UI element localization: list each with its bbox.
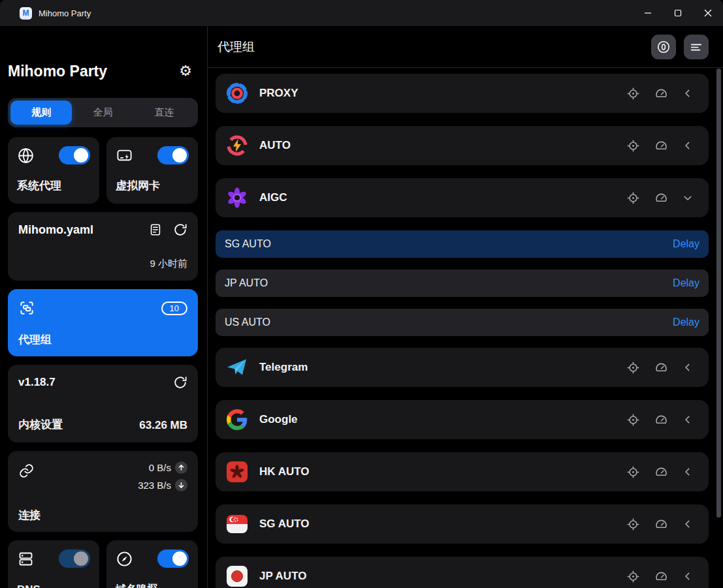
sniff-card[interactable]: 域名嗅探 bbox=[106, 540, 198, 588]
maximize-button[interactable] bbox=[663, 0, 693, 26]
telegram-icon bbox=[226, 356, 248, 379]
proxy-groups-label: 代理组 bbox=[18, 332, 52, 347]
proxy-group-row[interactable]: JP AUTO bbox=[216, 557, 709, 588]
mode-tabbar: 规则 全局 直连 bbox=[8, 98, 198, 127]
minimize-button[interactable] bbox=[633, 0, 663, 26]
option-delay-link[interactable]: Delay bbox=[673, 277, 699, 289]
core-card[interactable]: v1.18.7 内核设置 63.26 MB bbox=[8, 365, 198, 442]
proxy-group-row[interactable]: AIGC bbox=[216, 178, 709, 217]
proxy-group-row[interactable]: AUTO bbox=[216, 126, 709, 165]
group-name: AIGC bbox=[259, 191, 287, 204]
chevron-icon[interactable] bbox=[683, 193, 693, 203]
proxy-group-list: PROXY AUTO AIGC SG AUTO Delay JP AUTO De… bbox=[216, 74, 709, 588]
delay-sort-button[interactable] bbox=[651, 35, 676, 59]
tun-card[interactable]: 虚拟网卡 bbox=[106, 137, 198, 204]
locate-crosshair-icon[interactable] bbox=[626, 570, 640, 583]
option-name: US AUTO bbox=[225, 317, 270, 328]
chevron-icon[interactable] bbox=[683, 362, 693, 373]
proxy-option-row[interactable]: US AUTO Delay bbox=[216, 309, 709, 336]
profile-doc-icon[interactable] bbox=[148, 223, 163, 237]
link-icon bbox=[18, 463, 35, 479]
locate-crosshair-icon[interactable] bbox=[626, 413, 640, 427]
sg-flag-icon bbox=[226, 513, 248, 535]
proxy-groups-card[interactable]: 10 代理组 bbox=[8, 289, 198, 356]
tab-rule-mode[interactable]: 规则 bbox=[10, 101, 72, 125]
dns-card[interactable]: DNS bbox=[8, 540, 99, 588]
proxy-option-row[interactable]: JP AUTO Delay bbox=[216, 270, 709, 297]
scrollbar[interactable] bbox=[716, 69, 721, 518]
jp-flag-icon bbox=[226, 565, 248, 587]
core-version: v1.18.7 bbox=[18, 376, 56, 389]
speedtest-gauge-icon[interactable] bbox=[654, 191, 668, 205]
speedtest-gauge-icon[interactable] bbox=[654, 361, 668, 375]
speedtest-gauge-icon[interactable] bbox=[654, 518, 668, 531]
option-delay-link[interactable]: Delay bbox=[673, 238, 699, 250]
close-button[interactable] bbox=[693, 0, 723, 26]
proxy-option-row[interactable]: SG AUTO Delay bbox=[216, 230, 709, 258]
group-name: HK AUTO bbox=[259, 465, 310, 478]
mihomo-party-window: M Mihomo Party Mihomo Party ⚙ 规则 全局 直连 系… bbox=[0, 0, 723, 588]
locate-crosshair-icon[interactable] bbox=[626, 87, 640, 101]
proxy-group-icon bbox=[18, 300, 35, 317]
chevron-icon[interactable] bbox=[683, 414, 693, 425]
locate-crosshair-icon[interactable] bbox=[626, 361, 640, 375]
proxy-group-row[interactable]: SG AUTO bbox=[216, 504, 709, 544]
list-layout-button[interactable] bbox=[684, 35, 709, 59]
option-name: JP AUTO bbox=[225, 277, 268, 289]
speedtest-gauge-icon[interactable] bbox=[654, 139, 668, 153]
proxy-icon bbox=[226, 82, 248, 104]
profile-updated: 9 小时前 bbox=[150, 258, 187, 270]
dns-toggle[interactable] bbox=[59, 549, 90, 568]
locate-crosshair-icon[interactable] bbox=[626, 465, 640, 479]
chevron-icon[interactable] bbox=[683, 467, 693, 477]
proxy-group-row[interactable]: Google bbox=[216, 400, 709, 439]
chevron-icon[interactable] bbox=[683, 140, 693, 151]
speedtest-gauge-icon[interactable] bbox=[654, 87, 668, 101]
speedtest-gauge-icon[interactable] bbox=[654, 413, 668, 427]
speedtest-gauge-icon[interactable] bbox=[654, 465, 668, 479]
virtual-nic-icon bbox=[116, 147, 133, 164]
chevron-icon[interactable] bbox=[683, 571, 693, 581]
option-delay-link[interactable]: Delay bbox=[673, 317, 699, 328]
chevron-icon[interactable] bbox=[683, 88, 693, 99]
hk-flag-icon bbox=[226, 461, 248, 483]
tun-toggle[interactable] bbox=[157, 146, 189, 164]
tab-global-mode[interactable]: 全局 bbox=[72, 101, 133, 125]
google-icon bbox=[226, 409, 248, 431]
group-name: Google bbox=[259, 413, 298, 426]
sidebar-title: Mihomo Party bbox=[8, 63, 107, 80]
group-name: JP AUTO bbox=[259, 570, 306, 583]
locate-crosshair-icon[interactable] bbox=[626, 518, 640, 531]
globe-icon bbox=[17, 147, 35, 164]
download-arrow-icon bbox=[175, 479, 187, 491]
core-memory: 63.26 MB bbox=[139, 419, 187, 432]
core-refresh-icon[interactable] bbox=[173, 375, 187, 390]
system-proxy-card[interactable]: 系统代理 bbox=[8, 137, 99, 204]
group-name: AUTO bbox=[259, 139, 291, 152]
locate-crosshair-icon[interactable] bbox=[626, 191, 640, 205]
core-label: 内核设置 bbox=[18, 417, 63, 432]
system-proxy-toggle[interactable] bbox=[59, 146, 90, 164]
upload-arrow-icon bbox=[175, 461, 187, 474]
page-title: 代理组 bbox=[217, 39, 255, 55]
proxy-group-row[interactable]: HK AUTO bbox=[216, 452, 709, 491]
speedtest-gauge-icon[interactable] bbox=[654, 570, 668, 583]
profile-refresh-icon[interactable] bbox=[173, 223, 187, 237]
proxy-group-row[interactable]: PROXY bbox=[216, 74, 709, 113]
titlebar: M Mihomo Party bbox=[0, 0, 723, 26]
sniffer-icon bbox=[116, 550, 133, 568]
proxy-groups-badge: 10 bbox=[161, 302, 187, 315]
connections-card[interactable]: 0 B/s 323 B/s 连接 bbox=[8, 451, 198, 532]
chevron-icon[interactable] bbox=[683, 519, 693, 529]
profile-name: Mihomo.yaml bbox=[18, 223, 93, 237]
settings-gear-icon[interactable]: ⚙ bbox=[179, 64, 192, 78]
group-name: SG AUTO bbox=[259, 518, 310, 531]
lines-icon bbox=[689, 40, 703, 54]
proxy-group-row[interactable]: Telegram bbox=[216, 348, 709, 387]
tab-direct-mode[interactable]: 直连 bbox=[134, 101, 195, 125]
download-rate: 323 B/s bbox=[138, 480, 171, 491]
profile-card[interactable]: Mihomo.yaml 9 小时前 bbox=[8, 212, 198, 281]
app-logo-icon: M bbox=[20, 7, 32, 20]
locate-crosshair-icon[interactable] bbox=[626, 139, 640, 153]
sniff-toggle[interactable] bbox=[157, 549, 189, 568]
